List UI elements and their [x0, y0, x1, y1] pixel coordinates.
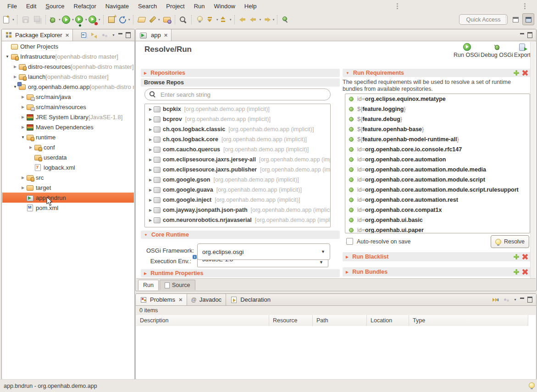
auto-resolve-checkbox[interactable]	[346, 238, 353, 245]
save-all-button[interactable]	[32, 14, 43, 26]
package-explorer-tab[interactable]: Package Explorer ×	[2, 29, 73, 41]
run-bundles-section-header[interactable]: ▶ Run Bundles	[343, 267, 531, 276]
tree-item-src-main-resources[interactable]: ▶src/main/resources	[2, 102, 134, 112]
open-perspective-button[interactable]	[510, 14, 521, 25]
tree-collapsed-arrow-icon[interactable]: ▶	[20, 115, 26, 119]
requirement-item[interactable]: id=org.openhab.core.automation.module.sc…	[345, 175, 530, 185]
tree-item-src-main-java[interactable]: ▶src/main/java	[2, 92, 134, 102]
column-header-resource[interactable]: Resource	[269, 315, 313, 326]
tree-item-other-projects[interactable]: Other Projects	[2, 41, 134, 51]
next-annotation-button[interactable]: ▼	[206, 14, 219, 26]
debug-osgi-button[interactable]: Debug OSGi	[480, 42, 514, 59]
repo-item[interactable]: ▶com.google.inject[org.openhab.demo.app …	[145, 195, 330, 205]
resolve-button[interactable]: Resolve	[491, 235, 529, 248]
menu-edit[interactable]: Edit	[22, 1, 41, 11]
run-button[interactable]: ▼	[62, 14, 74, 26]
dropdown-arrow-icon[interactable]: ▼	[216, 18, 219, 21]
tree-collapsed-arrow-icon[interactable]: ▶	[147, 117, 154, 121]
debug-button[interactable]: ▼	[49, 14, 61, 26]
menu-project[interactable]: Project	[161, 1, 189, 11]
save-button[interactable]	[20, 14, 31, 26]
focus-on-task-icon[interactable]	[101, 32, 109, 39]
pin-editor-button[interactable]	[280, 14, 291, 26]
dropdown-arrow-icon[interactable]: ▼	[128, 18, 131, 21]
close-icon[interactable]: ×	[164, 32, 168, 39]
java-perspective-button[interactable]	[522, 13, 534, 25]
column-header-type[interactable]: Type	[409, 315, 528, 326]
tree-item-userdata[interactable]: userdata	[2, 152, 134, 162]
tree-collapsed-arrow-icon[interactable]: ▶	[147, 188, 154, 192]
content-assist-button[interactable]	[194, 14, 205, 26]
add-requirement-icon[interactable]	[514, 70, 519, 76]
menu-navigate[interactable]: Navigate	[101, 1, 133, 11]
tree-expanded-arrow-icon[interactable]: ▼	[4, 55, 11, 59]
dropdown-arrow-icon[interactable]: ▼	[158, 18, 161, 21]
repo-item[interactable]: ▶bcprov[org.openhab.demo.app (implicit)]	[145, 114, 330, 124]
tree-collapsed-arrow-icon[interactable]: ▶	[147, 198, 154, 202]
remove-requirement-icon[interactable]	[522, 70, 528, 76]
new-task-button[interactable]: ▼	[148, 14, 161, 26]
tree-item-app-bndrun[interactable]: app.bndrun	[2, 193, 134, 203]
repo-item[interactable]: ▶ch.qos.logback.core[org.openhab.demo.ap…	[145, 134, 330, 144]
tree-item-infrastructure[interactable]: ▼Infrastructure [openhab-distro master]	[2, 51, 134, 61]
repo-item[interactable]: ▶com.google.gson[org.openhab.demo.app (i…	[145, 175, 330, 185]
repo-item[interactable]: ▶com.google.guava[org.openhab.demo.app (…	[145, 185, 330, 195]
minimize-icon[interactable]	[520, 33, 524, 37]
repo-item[interactable]: ▶com.jayway.jsonpath.json-path[org.openh…	[145, 205, 330, 215]
requirement-item[interactable]: id=org.openhab.core.automation.module.me…	[345, 165, 530, 175]
last-edit-location-button[interactable]	[238, 14, 249, 26]
coverage-button[interactable]: ▼	[75, 14, 88, 26]
tab-run[interactable]: Run	[138, 280, 159, 290]
menu-help[interactable]: Help	[240, 1, 261, 11]
add-blacklist-icon[interactable]	[514, 254, 519, 259]
tab-declaration[interactable]: Declaration	[226, 294, 275, 305]
tree-collapsed-arrow-icon[interactable]: ▶	[147, 107, 154, 111]
repositories-section-header[interactable]: ▶ Repositories	[141, 69, 340, 77]
editor-tab-app[interactable]: app ×	[136, 29, 172, 41]
requirement-item[interactable]: id=org.openhab.ui.basic	[345, 215, 530, 225]
maximize-icon[interactable]	[527, 297, 532, 303]
tree-collapsed-arrow-icon[interactable]: ▶	[147, 218, 154, 222]
minimize-icon[interactable]	[520, 298, 524, 302]
repo-item[interactable]: ▶com.eclipsesource.jaxrs.publisher[org.o…	[145, 165, 330, 175]
dropdown-arrow-icon[interactable]: ▼	[272, 18, 275, 21]
tree-item-org-openhab-demo-app[interactable]: ▼org.openhab.demo.app [openhab-distro ma…	[2, 82, 134, 92]
dropdown-arrow-icon[interactable]: ▼	[58, 18, 61, 21]
drag-handle[interactable]	[524, 3, 526, 9]
focus-on-active-task-icon[interactable]	[493, 296, 500, 304]
tree-collapsed-arrow-icon[interactable]: ▶	[20, 186, 26, 190]
requirement-item[interactable]: id=org.openhab.core.automation.module.sc…	[345, 185, 530, 195]
tree-collapsed-arrow-icon[interactable]: ▶	[20, 95, 26, 99]
tree-item-maven-dependencies[interactable]: ▶Maven Dependencies	[2, 122, 134, 132]
repo-item[interactable]: ▶com.neuronrobotics.nrjavaserial[org.ope…	[145, 215, 330, 225]
menu-source[interactable]: Source	[41, 1, 69, 11]
tree-collapsed-arrow-icon[interactable]: ▶	[147, 168, 154, 172]
back-button[interactable]: ▼	[249, 14, 262, 26]
requirement-item[interactable]: ${feature.openhab-model-runtime-all}	[345, 134, 530, 144]
osgi-framework-combo[interactable]: org.eclipse.osgi ▼	[197, 243, 330, 260]
close-icon[interactable]: ×	[66, 32, 69, 39]
repo-item[interactable]: ▶ch.qos.logback.classic[org.openhab.demo…	[145, 124, 330, 134]
requirement-item[interactable]: id=org.openhab.core.io.console.rfc147	[345, 144, 530, 155]
update-project-button[interactable]: ▼	[118, 14, 131, 26]
dropdown-arrow-icon[interactable]: ▼	[85, 18, 88, 21]
import-button[interactable]	[161, 14, 172, 26]
chevron-down-icon[interactable]: ▼	[319, 260, 323, 265]
tree-item-jre-system-library[interactable]: ▶JRE System Library [JavaSE-1.8]	[2, 112, 134, 122]
repo-item[interactable]: ▶bcpkix[org.openhab.demo.app (implicit)]	[145, 104, 330, 114]
tree-collapsed-arrow-icon[interactable]: ▶	[147, 138, 154, 142]
add-bundle-icon[interactable]	[514, 269, 519, 275]
requirement-item[interactable]: id=org.openhab.core.automation.rest	[345, 195, 530, 205]
tree-collapsed-arrow-icon[interactable]: ▶	[147, 148, 154, 152]
menu-search[interactable]: Search	[133, 1, 161, 11]
dropdown-arrow-icon[interactable]: ▼	[259, 18, 262, 21]
tree-item-launch[interactable]: ▶launch [openhab-distro master]	[2, 72, 134, 82]
runtime-properties-section-header[interactable]: ▶ Runtime Properties	[141, 269, 340, 277]
tree-item-pom-xml[interactable]: pom.xml	[2, 203, 134, 213]
profile-button[interactable]: ▼	[89, 14, 101, 26]
tree-collapsed-arrow-icon[interactable]: ▶	[12, 75, 18, 79]
tree-collapsed-arrow-icon[interactable]: ▶	[20, 105, 26, 109]
requirement-item[interactable]: ${feature.debug}	[345, 114, 530, 124]
requirement-item[interactable]: id=org.openhab.ui.paper	[345, 225, 530, 233]
tree-collapsed-arrow-icon[interactable]: ▶	[12, 65, 18, 69]
